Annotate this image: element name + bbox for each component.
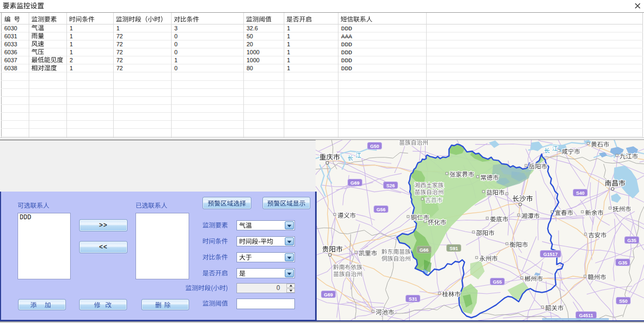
- svg-text:G35: G35: [627, 238, 636, 243]
- svg-text:S50: S50: [619, 299, 628, 304]
- svg-text:G35: G35: [618, 260, 627, 266]
- svg-text:G50: G50: [370, 144, 379, 149]
- svg-text:G1517: G1517: [543, 252, 557, 257]
- svg-text:G4511: G4511: [579, 313, 594, 318]
- svg-text:S40: S40: [576, 191, 584, 196]
- svg-text:G69: G69: [350, 180, 359, 186]
- svg-text:G56: G56: [376, 207, 385, 212]
- svg-text:S91: S91: [450, 246, 458, 251]
- svg-text:S31: S31: [409, 296, 417, 302]
- svg-text:G69: G69: [324, 292, 333, 297]
- svg-text:G55: G55: [493, 279, 502, 285]
- svg-text:S26: S26: [386, 183, 395, 188]
- svg-text:G66: G66: [419, 247, 428, 253]
